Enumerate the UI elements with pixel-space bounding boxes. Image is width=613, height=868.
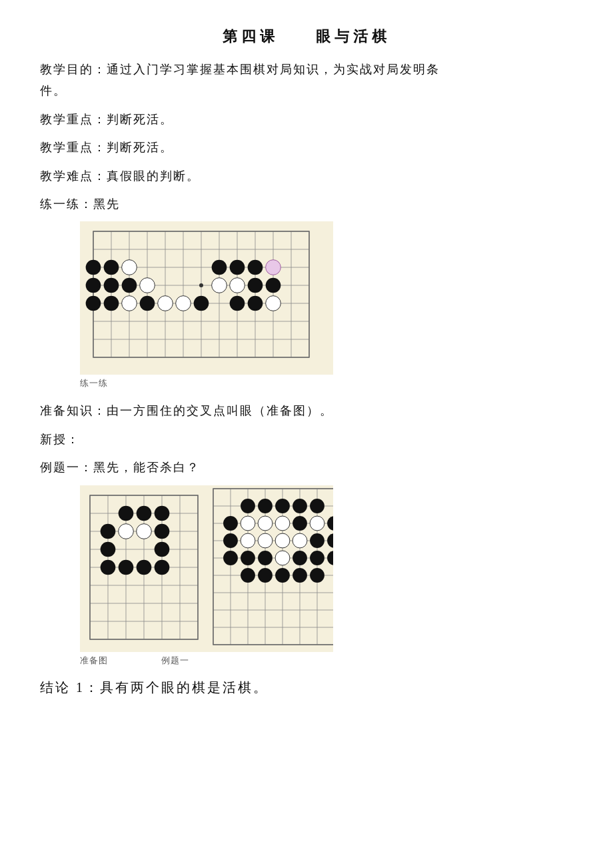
example-section: 例题一：黑先，能否杀白？ — [40, 457, 573, 478]
teaching-key: 教学重点：判断死活。 — [40, 137, 573, 158]
prep-knowledge: 准备知识：由一方围住的交叉点叫眼（准备图）。 — [40, 400, 573, 421]
new-section: 新授： — [40, 429, 573, 450]
board1-container — [80, 221, 573, 375]
teaching-rule: 教学重点：判断死活。 — [40, 109, 573, 130]
practice-intro: 练一练：黑先 — [40, 193, 573, 215]
teaching-hard: 教学难点：真假眼的判断。 — [40, 165, 573, 187]
caption-prep: 准备图 — [80, 655, 108, 667]
teaching-goal: 教学目的：通过入门学习掌握基本围棋对局知识，为实战对局发明条件。 — [40, 59, 573, 102]
page-title: 第四课 眼与活棋 — [40, 27, 573, 47]
board1-caption: 练一练 — [80, 377, 108, 389]
conclusion: 结论 1：具有两个眼的棋是活棋。 — [40, 679, 573, 697]
practice-board — [80, 221, 333, 375]
board2-container — [80, 485, 573, 652]
example-board — [80, 485, 333, 652]
caption-example: 例题一 — [161, 655, 189, 667]
